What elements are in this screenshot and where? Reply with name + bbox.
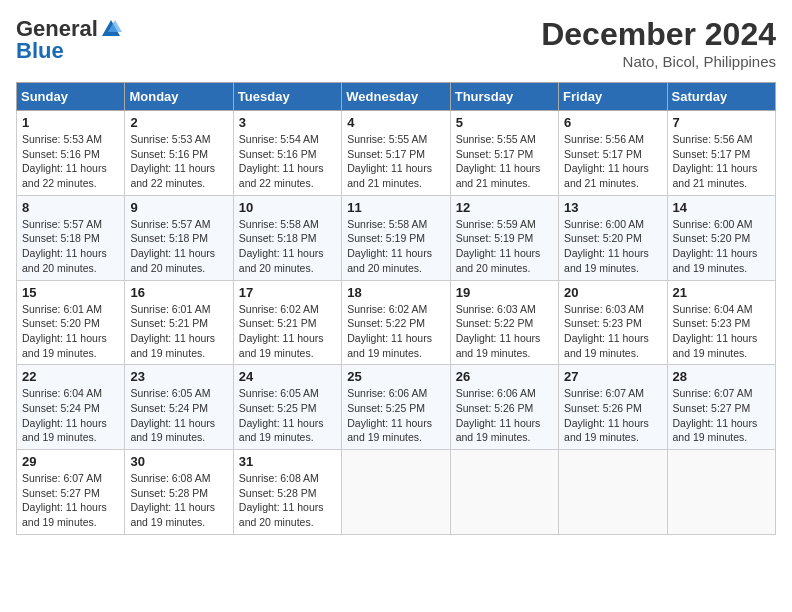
day-info: Sunrise: 6:07 AM Sunset: 5:27 PM Dayligh… bbox=[22, 471, 119, 530]
weekday-header-friday: Friday bbox=[559, 83, 667, 111]
calendar-cell: 1Sunrise: 5:53 AM Sunset: 5:16 PM Daylig… bbox=[17, 111, 125, 196]
day-info: Sunrise: 6:08 AM Sunset: 5:28 PM Dayligh… bbox=[239, 471, 336, 530]
day-info: Sunrise: 5:59 AM Sunset: 5:19 PM Dayligh… bbox=[456, 217, 553, 276]
day-number: 18 bbox=[347, 285, 444, 300]
calendar-cell: 5Sunrise: 5:55 AM Sunset: 5:17 PM Daylig… bbox=[450, 111, 558, 196]
calendar-cell: 3Sunrise: 5:54 AM Sunset: 5:16 PM Daylig… bbox=[233, 111, 341, 196]
calendar-cell: 26Sunrise: 6:06 AM Sunset: 5:26 PM Dayli… bbox=[450, 365, 558, 450]
day-number: 17 bbox=[239, 285, 336, 300]
day-number: 28 bbox=[673, 369, 770, 384]
day-info: Sunrise: 5:56 AM Sunset: 5:17 PM Dayligh… bbox=[564, 132, 661, 191]
day-info: Sunrise: 6:07 AM Sunset: 5:27 PM Dayligh… bbox=[673, 386, 770, 445]
logo: General Blue bbox=[16, 16, 122, 64]
day-number: 6 bbox=[564, 115, 661, 130]
calendar-cell: 24Sunrise: 6:05 AM Sunset: 5:25 PM Dayli… bbox=[233, 365, 341, 450]
calendar-cell: 2Sunrise: 5:53 AM Sunset: 5:16 PM Daylig… bbox=[125, 111, 233, 196]
calendar-cell: 19Sunrise: 6:03 AM Sunset: 5:22 PM Dayli… bbox=[450, 280, 558, 365]
calendar-cell: 29Sunrise: 6:07 AM Sunset: 5:27 PM Dayli… bbox=[17, 450, 125, 535]
day-number: 4 bbox=[347, 115, 444, 130]
calendar-cell: 31Sunrise: 6:08 AM Sunset: 5:28 PM Dayli… bbox=[233, 450, 341, 535]
calendar-cell: 4Sunrise: 5:55 AM Sunset: 5:17 PM Daylig… bbox=[342, 111, 450, 196]
calendar-week-2: 8Sunrise: 5:57 AM Sunset: 5:18 PM Daylig… bbox=[17, 195, 776, 280]
day-number: 11 bbox=[347, 200, 444, 215]
calendar-cell: 10Sunrise: 5:58 AM Sunset: 5:18 PM Dayli… bbox=[233, 195, 341, 280]
weekday-header-monday: Monday bbox=[125, 83, 233, 111]
calendar-cell: 11Sunrise: 5:58 AM Sunset: 5:19 PM Dayli… bbox=[342, 195, 450, 280]
calendar-cell: 22Sunrise: 6:04 AM Sunset: 5:24 PM Dayli… bbox=[17, 365, 125, 450]
day-info: Sunrise: 5:57 AM Sunset: 5:18 PM Dayligh… bbox=[22, 217, 119, 276]
day-number: 5 bbox=[456, 115, 553, 130]
day-number: 22 bbox=[22, 369, 119, 384]
day-info: Sunrise: 6:00 AM Sunset: 5:20 PM Dayligh… bbox=[673, 217, 770, 276]
day-number: 7 bbox=[673, 115, 770, 130]
calendar-cell: 27Sunrise: 6:07 AM Sunset: 5:26 PM Dayli… bbox=[559, 365, 667, 450]
day-info: Sunrise: 6:03 AM Sunset: 5:22 PM Dayligh… bbox=[456, 302, 553, 361]
day-info: Sunrise: 5:53 AM Sunset: 5:16 PM Dayligh… bbox=[22, 132, 119, 191]
day-number: 14 bbox=[673, 200, 770, 215]
calendar-cell bbox=[450, 450, 558, 535]
day-number: 24 bbox=[239, 369, 336, 384]
day-info: Sunrise: 5:56 AM Sunset: 5:17 PM Dayligh… bbox=[673, 132, 770, 191]
day-info: Sunrise: 6:05 AM Sunset: 5:24 PM Dayligh… bbox=[130, 386, 227, 445]
calendar-cell: 16Sunrise: 6:01 AM Sunset: 5:21 PM Dayli… bbox=[125, 280, 233, 365]
calendar-cell: 25Sunrise: 6:06 AM Sunset: 5:25 PM Dayli… bbox=[342, 365, 450, 450]
calendar-week-4: 22Sunrise: 6:04 AM Sunset: 5:24 PM Dayli… bbox=[17, 365, 776, 450]
page-header: General Blue December 2024 Nato, Bicol, … bbox=[16, 16, 776, 70]
day-info: Sunrise: 6:08 AM Sunset: 5:28 PM Dayligh… bbox=[130, 471, 227, 530]
day-info: Sunrise: 5:58 AM Sunset: 5:18 PM Dayligh… bbox=[239, 217, 336, 276]
day-info: Sunrise: 6:02 AM Sunset: 5:21 PM Dayligh… bbox=[239, 302, 336, 361]
day-number: 15 bbox=[22, 285, 119, 300]
day-number: 21 bbox=[673, 285, 770, 300]
day-info: Sunrise: 6:07 AM Sunset: 5:26 PM Dayligh… bbox=[564, 386, 661, 445]
calendar-table: SundayMondayTuesdayWednesdayThursdayFrid… bbox=[16, 82, 776, 535]
calendar-cell: 9Sunrise: 5:57 AM Sunset: 5:18 PM Daylig… bbox=[125, 195, 233, 280]
day-info: Sunrise: 6:06 AM Sunset: 5:26 PM Dayligh… bbox=[456, 386, 553, 445]
calendar-cell: 30Sunrise: 6:08 AM Sunset: 5:28 PM Dayli… bbox=[125, 450, 233, 535]
calendar-week-1: 1Sunrise: 5:53 AM Sunset: 5:16 PM Daylig… bbox=[17, 111, 776, 196]
logo-icon bbox=[100, 18, 122, 40]
day-info: Sunrise: 5:54 AM Sunset: 5:16 PM Dayligh… bbox=[239, 132, 336, 191]
calendar-cell: 6Sunrise: 5:56 AM Sunset: 5:17 PM Daylig… bbox=[559, 111, 667, 196]
calendar-cell bbox=[559, 450, 667, 535]
day-info: Sunrise: 5:57 AM Sunset: 5:18 PM Dayligh… bbox=[130, 217, 227, 276]
day-number: 12 bbox=[456, 200, 553, 215]
weekday-header-thursday: Thursday bbox=[450, 83, 558, 111]
day-number: 23 bbox=[130, 369, 227, 384]
day-number: 13 bbox=[564, 200, 661, 215]
day-number: 20 bbox=[564, 285, 661, 300]
calendar-header-row: SundayMondayTuesdayWednesdayThursdayFrid… bbox=[17, 83, 776, 111]
day-info: Sunrise: 6:04 AM Sunset: 5:24 PM Dayligh… bbox=[22, 386, 119, 445]
day-number: 30 bbox=[130, 454, 227, 469]
logo-blue: Blue bbox=[16, 38, 64, 64]
day-info: Sunrise: 5:58 AM Sunset: 5:19 PM Dayligh… bbox=[347, 217, 444, 276]
day-info: Sunrise: 6:00 AM Sunset: 5:20 PM Dayligh… bbox=[564, 217, 661, 276]
day-number: 26 bbox=[456, 369, 553, 384]
calendar-cell: 15Sunrise: 6:01 AM Sunset: 5:20 PM Dayli… bbox=[17, 280, 125, 365]
calendar-cell: 14Sunrise: 6:00 AM Sunset: 5:20 PM Dayli… bbox=[667, 195, 775, 280]
day-number: 8 bbox=[22, 200, 119, 215]
day-info: Sunrise: 6:04 AM Sunset: 5:23 PM Dayligh… bbox=[673, 302, 770, 361]
calendar-cell: 21Sunrise: 6:04 AM Sunset: 5:23 PM Dayli… bbox=[667, 280, 775, 365]
day-info: Sunrise: 6:02 AM Sunset: 5:22 PM Dayligh… bbox=[347, 302, 444, 361]
weekday-header-wednesday: Wednesday bbox=[342, 83, 450, 111]
weekday-header-saturday: Saturday bbox=[667, 83, 775, 111]
day-info: Sunrise: 5:53 AM Sunset: 5:16 PM Dayligh… bbox=[130, 132, 227, 191]
day-number: 19 bbox=[456, 285, 553, 300]
day-number: 2 bbox=[130, 115, 227, 130]
calendar-cell: 7Sunrise: 5:56 AM Sunset: 5:17 PM Daylig… bbox=[667, 111, 775, 196]
day-number: 9 bbox=[130, 200, 227, 215]
calendar-week-3: 15Sunrise: 6:01 AM Sunset: 5:20 PM Dayli… bbox=[17, 280, 776, 365]
day-number: 29 bbox=[22, 454, 119, 469]
day-number: 1 bbox=[22, 115, 119, 130]
day-number: 10 bbox=[239, 200, 336, 215]
day-info: Sunrise: 6:01 AM Sunset: 5:21 PM Dayligh… bbox=[130, 302, 227, 361]
day-info: Sunrise: 6:01 AM Sunset: 5:20 PM Dayligh… bbox=[22, 302, 119, 361]
calendar-cell: 12Sunrise: 5:59 AM Sunset: 5:19 PM Dayli… bbox=[450, 195, 558, 280]
calendar-cell: 28Sunrise: 6:07 AM Sunset: 5:27 PM Dayli… bbox=[667, 365, 775, 450]
day-number: 27 bbox=[564, 369, 661, 384]
day-info: Sunrise: 5:55 AM Sunset: 5:17 PM Dayligh… bbox=[347, 132, 444, 191]
day-number: 16 bbox=[130, 285, 227, 300]
day-info: Sunrise: 5:55 AM Sunset: 5:17 PM Dayligh… bbox=[456, 132, 553, 191]
day-info: Sunrise: 6:03 AM Sunset: 5:23 PM Dayligh… bbox=[564, 302, 661, 361]
calendar-cell: 8Sunrise: 5:57 AM Sunset: 5:18 PM Daylig… bbox=[17, 195, 125, 280]
